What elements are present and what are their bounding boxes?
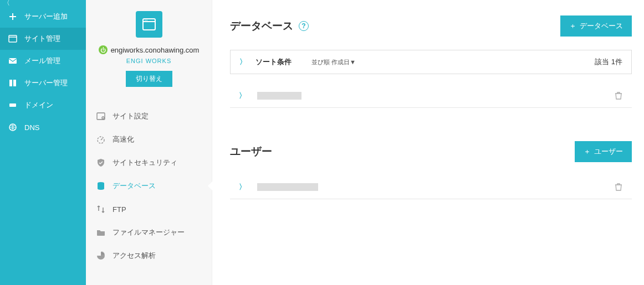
sort-bar[interactable]: 〉 ソート条件 並び順 作成日▼ 該当 1件 — [230, 50, 632, 74]
user-section-header: ユーザー ＋ ユーザー — [230, 141, 632, 162]
chevron-right-icon: 〉 — [239, 91, 246, 101]
nav-item-server-manage[interactable]: サーバー管理 — [0, 72, 86, 94]
sort-label: ソート条件 — [255, 57, 292, 67]
user-row[interactable]: 〉 — [230, 175, 632, 199]
menu-database[interactable]: データベース — [86, 174, 212, 198]
help-icon[interactable]: ? — [299, 21, 309, 31]
shield-icon — [96, 158, 106, 168]
svg-rect-0 — [9, 35, 17, 42]
nav-item-dns[interactable]: DNS — [0, 116, 86, 138]
menu-file-manager[interactable]: ファイルマネージャー — [86, 221, 212, 244]
stopwatch-icon — [96, 134, 106, 144]
plus-icon: ＋ — [584, 147, 591, 157]
site-sublabel: ENGI WORKS — [126, 58, 172, 64]
ftp-arrows-icon — [96, 204, 106, 214]
server-icon — [8, 78, 18, 88]
nav-back[interactable]: 〈 — [0, 0, 86, 6]
svg-rect-7 — [143, 19, 155, 30]
site-sidebar: ⏻ engiworks.conohawing.com ENGI WORKS 切り… — [86, 0, 212, 285]
tag-icon — [8, 100, 18, 110]
add-database-label: データベース — [580, 21, 623, 31]
nav-label: メール管理 — [24, 56, 60, 66]
delete-database-button[interactable] — [614, 91, 623, 100]
site-app-icon — [136, 11, 162, 38]
database-title: データベース — [230, 19, 293, 33]
nav-item-site-manage[interactable]: サイト管理 — [0, 28, 86, 50]
menu-label: FTP — [113, 205, 126, 214]
menu-label: サイト設定 — [113, 111, 149, 121]
site-header: ⏻ engiworks.conohawing.com ENGI WORKS 切り… — [86, 0, 212, 96]
pie-chart-icon — [96, 251, 106, 261]
menu-label: データベース — [113, 181, 156, 191]
svg-rect-3 — [9, 80, 12, 86]
settings-window-icon — [96, 111, 106, 121]
svg-point-12 — [102, 117, 104, 119]
primary-nav: 〈 サーバー追加 サイト管理 メール管理 サーバー管理 ドメイン DNS — [0, 0, 86, 285]
power-icon: ⏻ — [99, 45, 108, 54]
add-user-label: ユーザー — [594, 147, 623, 157]
menu-label: アクセス解析 — [113, 251, 156, 261]
menu-label: 高速化 — [113, 134, 134, 144]
menu-speed[interactable]: 高速化 — [86, 128, 212, 151]
folder-icon — [96, 227, 106, 237]
main-content: データベース ? ＋ データベース 〉 ソート条件 並び順 作成日▼ 該当 1件… — [212, 0, 644, 285]
user-name-redacted — [257, 183, 318, 191]
site-domain-row: ⏻ engiworks.conohawing.com — [99, 45, 200, 54]
user-title: ユーザー — [230, 144, 272, 159]
nav-item-domain[interactable]: ドメイン — [0, 94, 86, 116]
site-domain: engiworks.conohawing.com — [111, 46, 200, 54]
database-icon — [96, 181, 106, 191]
menu-security[interactable]: サイトセキュリティ — [86, 151, 212, 174]
plus-icon — [8, 12, 18, 22]
database-name-redacted — [257, 92, 301, 100]
chevron-right-icon: 〉 — [239, 182, 246, 192]
svg-point-9 — [145, 20, 146, 21]
menu-access-analytics[interactable]: アクセス解析 — [86, 244, 212, 267]
menu-label: ファイルマネージャー — [113, 227, 185, 237]
svg-rect-4 — [13, 80, 16, 86]
site-menu: サイト設定 高速化 サイトセキュリティ データベース FTP ファイルマネージャ… — [86, 96, 212, 276]
svg-point-10 — [146, 20, 147, 21]
nav-label: ドメイン — [24, 100, 53, 110]
menu-site-settings[interactable]: サイト設定 — [86, 105, 212, 128]
result-count: 該当 1件 — [595, 57, 622, 67]
nav-label: DNS — [24, 123, 39, 132]
chevron-right-icon: 〉 — [239, 57, 247, 67]
window-icon — [8, 34, 18, 44]
menu-ftp[interactable]: FTP — [86, 198, 212, 221]
delete-user-button[interactable] — [614, 183, 623, 191]
database-section-header: データベース ? ＋ データベース — [230, 15, 632, 37]
nav-label: サイト管理 — [24, 34, 60, 44]
plus-icon: ＋ — [569, 21, 576, 31]
nav-label: サーバー管理 — [24, 78, 68, 88]
globe-icon — [8, 122, 18, 132]
database-row[interactable]: 〉 — [230, 84, 632, 108]
sort-order[interactable]: 並び順 作成日▼ — [311, 58, 356, 66]
nav-item-mail-manage[interactable]: メール管理 — [0, 50, 86, 72]
add-user-button[interactable]: ＋ ユーザー — [575, 141, 632, 162]
add-database-button[interactable]: ＋ データベース — [560, 15, 632, 37]
nav-label: サーバー追加 — [24, 12, 68, 22]
mail-icon — [8, 56, 18, 66]
switch-button[interactable]: 切り替え — [126, 71, 172, 87]
menu-label: サイトセキュリティ — [113, 158, 177, 168]
svg-rect-2 — [9, 58, 17, 64]
nav-item-server-add[interactable]: サーバー追加 — [0, 6, 86, 28]
svg-rect-5 — [9, 103, 16, 107]
svg-line-14 — [101, 138, 103, 140]
